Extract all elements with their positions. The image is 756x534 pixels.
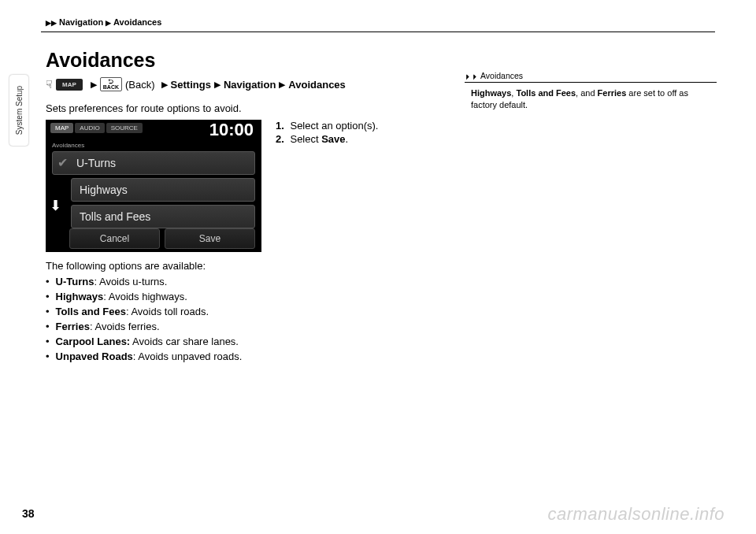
right-heading: ⏵⏵Avoidances: [465, 71, 717, 83]
option-desc: : Avoids u-turns.: [94, 276, 167, 287]
option-desc: Avoids car share lanes.: [130, 336, 239, 347]
right-column: ⏵⏵Avoidances Highways, Tolls and Fees, a…: [465, 71, 717, 112]
step-number: 2.: [276, 133, 284, 145]
right-bold: Tolls and Fees: [516, 88, 576, 98]
path-settings: Settings: [171, 79, 211, 91]
step-text: .: [346, 133, 349, 145]
right-text: , and: [576, 88, 598, 98]
triangle-icon: ▶: [214, 80, 220, 90]
right-body: Highways, Tolls and Fees, and Ferries ar…: [465, 87, 717, 112]
side-tab-label: System Setup: [15, 86, 24, 135]
option-desc: : Avoids unpaved roads.: [133, 350, 243, 362]
option-uturns: U-Turns: Avoids u-turns.: [46, 276, 242, 287]
step-2: 2. Select Save.: [276, 133, 378, 145]
triangle-icon: ▶: [106, 19, 111, 27]
option-tolls: Tolls and Fees: Avoids toll roads.: [46, 306, 242, 317]
screenshot-save-button: Save: [165, 228, 255, 249]
triangle-icon: ▶▶: [46, 19, 57, 27]
right-bold: Highways: [471, 88, 511, 98]
triangle-icon: ▶: [279, 80, 285, 90]
nav-path: ☟ MAP ▶ ⮌ BACK (Back) ▶ Settings ▶ Navig…: [46, 77, 346, 91]
step-text: Select: [287, 133, 321, 145]
breadcrumb-nav: Navigation: [59, 17, 103, 27]
back-hardkey: ⮌ BACK: [100, 77, 122, 91]
options-list: U-Turns: Avoids u-turns. Highways: Avoid…: [46, 276, 242, 365]
path-navigation: Navigation: [224, 79, 276, 91]
breadcrumb-page: Avoidances: [113, 17, 161, 27]
option-name: Highways: [56, 291, 104, 302]
scroll-down-icon: ⬇: [50, 197, 61, 214]
screenshot-tab-audio: AUDIO: [75, 123, 104, 133]
option-carpool: Carpool Lanes: Avoids car share lanes.: [46, 336, 242, 347]
screenshot-sublabel: Avoidances: [52, 142, 84, 149]
right-heading-text: Avoidances: [480, 71, 523, 80]
screenshot-cancel-button: Cancel: [69, 228, 160, 249]
option-desc: : Avoids highways.: [103, 291, 187, 302]
screenshot-tab-source: SOURCE: [106, 123, 143, 133]
screenshot-item-highways: Highways: [71, 178, 255, 202]
option-name: U-Turns: [56, 276, 94, 287]
option-name: Unpaved Roads: [56, 350, 133, 362]
screenshot-item-uturns: ✔ U-Turns: [52, 151, 255, 175]
voice-icon: ⏵⏵: [465, 72, 479, 80]
screenshot-item-label: U-Turns: [76, 157, 116, 169]
option-ferries: Ferries: Avoids ferries.: [46, 321, 242, 332]
triangle-icon: ▶: [161, 80, 168, 90]
hand-icon: ☟: [46, 78, 53, 91]
horizontal-rule: [41, 32, 715, 32]
option-name: Tolls and Fees: [56, 306, 126, 317]
step-number: 1.: [276, 120, 284, 132]
step-text: Select an option(s).: [287, 120, 379, 132]
option-name: Carpool Lanes:: [56, 336, 131, 347]
page-number: 38: [22, 507, 35, 520]
back-label: (Back): [125, 79, 155, 91]
step-save-label: Save: [321, 133, 345, 145]
triangle-icon: ▶: [91, 80, 97, 90]
right-bold: Ferries: [598, 88, 627, 98]
steps: 1. Select an option(s). 2. Select Save.: [276, 120, 378, 146]
intro-text: Sets preferences for route options to av…: [46, 102, 242, 114]
device-screenshot: MAP AUDIO SOURCE 10:00 Avoidances ✔ U-Tu…: [46, 120, 261, 252]
option-highways: Highways: Avoids highways.: [46, 291, 242, 302]
watermark: carmanualsonline.info: [547, 504, 724, 525]
screenshot-item-tolls: Tolls and Fees: [71, 205, 255, 228]
step-1: 1. Select an option(s).: [276, 120, 378, 132]
screenshot-clock: 10:00: [209, 120, 254, 140]
breadcrumb: ▶▶ Navigation ▶ Avoidances: [46, 17, 161, 27]
page-title: Avoidances: [46, 49, 155, 72]
following-text: The following options are available:: [46, 260, 206, 272]
map-hardkey: MAP: [56, 79, 83, 91]
path-avoidances: Avoidances: [288, 79, 346, 91]
option-name: Ferries: [56, 321, 90, 332]
option-desc: : Avoids toll roads.: [126, 306, 209, 317]
option-desc: : Avoids ferries.: [90, 321, 160, 332]
screenshot-tab-map: MAP: [50, 123, 73, 133]
option-unpaved: Unpaved Roads: Avoids unpaved roads.: [46, 350, 242, 362]
check-icon: ✔: [57, 155, 68, 170]
side-tab: System Setup: [9, 75, 28, 146]
